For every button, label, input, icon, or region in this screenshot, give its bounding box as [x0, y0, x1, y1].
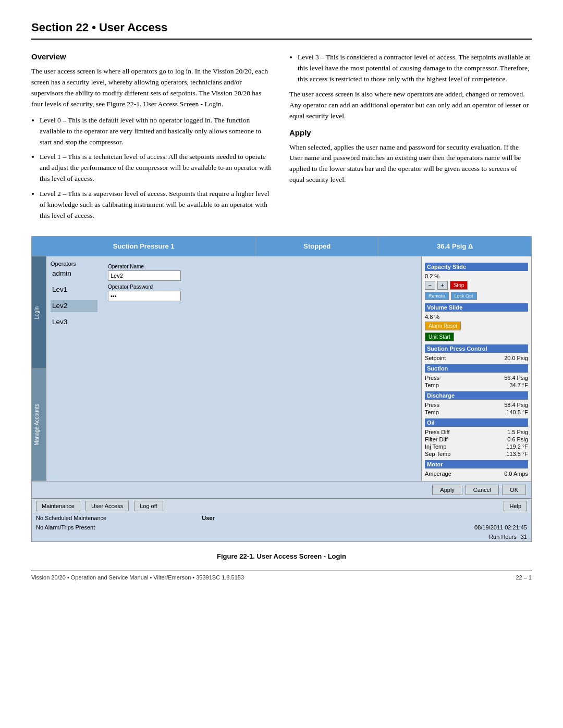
- login-panel: Login Manage Accounts Operators admin Le…: [32, 256, 422, 481]
- bottom-nav-bar: Maintenance User Access Log off Help: [32, 498, 531, 513]
- suction-title: Suction: [425, 364, 528, 373]
- operators-label: Operators: [51, 261, 97, 267]
- apply-heading: Apply: [289, 128, 532, 137]
- operator-lev2[interactable]: Lev2: [51, 300, 97, 312]
- oil-inj-temp-row: Inj Temp 119.2 °F: [425, 443, 528, 450]
- oil-sep-temp-row: Sep Temp 113.5 °F: [425, 451, 528, 457]
- ok-button[interactable]: OK: [502, 485, 526, 495]
- bullet-item-1: Level 1 – This is a technician level of …: [40, 152, 274, 184]
- no-maintenance-bar: No Scheduled Maintenance User: [32, 513, 531, 523]
- tab-buttons: Login Manage Accounts: [32, 256, 46, 481]
- figure-container: Suction Pressure 1 Stopped 36.4 Psig Δ L…: [31, 236, 532, 542]
- cancel-button[interactable]: Cancel: [466, 485, 499, 495]
- no-alarm-bar: No Alarm/Trips Present 08/19/2011 02:21:…: [32, 523, 531, 532]
- page-header: Section 22 • User Access: [31, 21, 532, 40]
- discharge-press-row: Press 58.4 Psig: [425, 402, 528, 408]
- lockout-button[interactable]: Lock Out: [451, 292, 477, 300]
- capacity-buttons: − + Stop: [425, 281, 528, 290]
- suction-press-row: Press 56.4 Psig: [425, 375, 528, 381]
- discharge-press-label: Press: [425, 402, 439, 408]
- oil-sep-temp-label: Sep Temp: [425, 451, 450, 457]
- suction-temp-value: 34.7 °F: [509, 382, 528, 388]
- run-hours-label: Run Hours: [489, 534, 517, 540]
- run-hours-value: 31: [521, 534, 527, 540]
- operator-name-label: Operator Name: [108, 264, 181, 269]
- discharge-temp-row: Temp 140.5 °F: [425, 409, 528, 415]
- tab-login[interactable]: Login: [32, 256, 46, 369]
- figure-body: Login Manage Accounts Operators admin Le…: [32, 256, 531, 481]
- suction-press-control-title: Suction Press Control: [425, 344, 528, 353]
- oil-sep-temp-value: 113.5 °F: [506, 451, 528, 457]
- apply-button[interactable]: Apply: [432, 485, 462, 495]
- maintenance-button[interactable]: Maintenance: [36, 501, 80, 511]
- volume-slide-title: Volume Slide: [425, 303, 528, 312]
- operator-lev1[interactable]: Lev1: [51, 284, 97, 296]
- unit-start-button[interactable]: Unit Start: [425, 332, 454, 341]
- suction-label: Suction Pressure 1: [32, 237, 256, 256]
- suction-temp-row: Temp 34.7 °F: [425, 382, 528, 388]
- operator-name-input[interactable]: [108, 270, 181, 281]
- oil-title: Oil: [425, 418, 528, 427]
- footer-right: 22 – 1: [516, 574, 532, 581]
- operator-lev3[interactable]: Lev3: [51, 316, 97, 328]
- oil-filter-diff-row: Filter Diff 0.6 Psig: [425, 436, 528, 442]
- left-column: Overview The user access screen is where…: [31, 52, 274, 226]
- overview-para-1: The user access screen is where all oper…: [31, 66, 274, 110]
- operators-section: Operators admin Lev1 Lev2 Lev3: [51, 261, 97, 477]
- motor-title: Motor: [425, 460, 528, 468]
- motor-amperage-label: Amperage: [425, 471, 451, 477]
- operator-admin[interactable]: admin: [51, 268, 97, 280]
- user-access-button[interactable]: User Access: [85, 501, 129, 511]
- oil-inj-temp-label: Inj Temp: [425, 443, 446, 450]
- content-columns: Overview The user access screen is where…: [31, 52, 532, 226]
- discharge-temp-value: 140.5 °F: [506, 409, 528, 415]
- oil-press-diff-value: 1.5 Psig: [507, 429, 528, 435]
- operators-list: admin Lev1 Lev2 Lev3: [51, 268, 97, 328]
- stop-button[interactable]: Stop: [450, 281, 468, 290]
- overview-para-2: The user access screen is also where new…: [289, 89, 532, 122]
- right-status-panel: Capacity Slide 0.2 % − + Stop Remote Loc…: [422, 256, 531, 481]
- operator-password-input[interactable]: [108, 291, 181, 301]
- log-off-button[interactable]: Log off: [134, 501, 163, 511]
- bullet-item-3: Level 3 – This is considered a contracto…: [298, 52, 532, 85]
- no-alarm-text: No Alarm/Trips Present: [36, 524, 95, 530]
- bullet-item-2: Level 2 – This is a supervisor level of …: [40, 189, 274, 221]
- unit-start-buttons: Unit Start: [425, 332, 528, 341]
- overview-heading: Overview: [31, 52, 274, 61]
- setpoint-label: Setpoint: [425, 355, 446, 361]
- remote-button[interactable]: Remote: [425, 292, 449, 300]
- operator-password-label: Operator Password: [108, 284, 181, 290]
- motor-amperage-value: 0.0 Amps: [504, 471, 528, 477]
- right-column: Level 3 – This is considered a contracto…: [289, 52, 532, 226]
- page-title: Section 22 • User Access: [31, 21, 532, 34]
- run-hours-bar: Run Hours 31: [32, 532, 531, 541]
- oil-filter-diff-value: 0.6 Psig: [507, 436, 528, 442]
- bullet-list: Level 0 – This is the default level with…: [40, 115, 274, 221]
- login-form: Operator Name Operator Password: [104, 261, 185, 477]
- action-buttons: Apply Cancel OK: [32, 481, 531, 498]
- status-bar: Suction Pressure 1 Stopped 36.4 Psig Δ: [32, 237, 531, 256]
- oil-press-diff-row: Press Diff 1.5 Psig: [425, 429, 528, 435]
- suction-setpoint-row: Setpoint 20.0 Psig: [425, 355, 528, 361]
- discharge-title: Discharge: [425, 391, 528, 400]
- capacity-percent: 0.2 %: [425, 273, 528, 279]
- suction-press-value: 56.4 Psig: [504, 375, 528, 381]
- volume-percent: 4.8 %: [425, 314, 528, 320]
- remote-lockout-buttons: Remote Lock Out: [425, 292, 528, 300]
- discharge-temp-label: Temp: [425, 409, 439, 415]
- plus-button[interactable]: +: [437, 281, 448, 290]
- motor-amperage-row: Amperage 0.0 Amps: [425, 471, 528, 477]
- user-label: User: [202, 515, 214, 521]
- footer-left: Vission 20/20 • Operation and Service Ma…: [31, 574, 244, 581]
- oil-press-diff-label: Press Diff: [425, 429, 449, 435]
- datetime-text: 08/19/2011 02:21:45: [474, 524, 527, 530]
- setpoint-value: 20.0 Psig: [504, 355, 528, 361]
- page-footer: Vission 20/20 • Operation and Service Ma…: [31, 571, 532, 581]
- oil-inj-temp-value: 119.2 °F: [506, 443, 528, 450]
- volume-buttons: Alarm Reset: [425, 322, 528, 330]
- minus-button[interactable]: −: [425, 281, 435, 290]
- bullet-list-right: Level 3 – This is considered a contracto…: [298, 52, 532, 85]
- help-button[interactable]: Help: [504, 501, 527, 511]
- tab-manage-accounts[interactable]: Manage Accounts: [32, 368, 46, 481]
- alarm-reset-button[interactable]: Alarm Reset: [425, 322, 461, 330]
